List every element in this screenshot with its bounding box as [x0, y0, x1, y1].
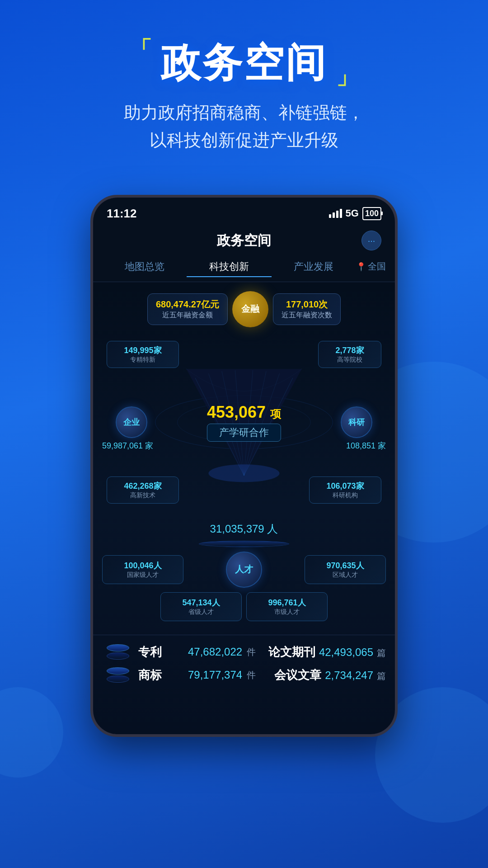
app-header: 政务空间 ··· — [93, 225, 395, 256]
trademark-label: 商标 — [138, 667, 183, 683]
stat-zhuan-jing: 149,995家 专精特新 — [107, 341, 179, 368]
enterprise-count: 59,987,061 家 — [102, 440, 153, 451]
subtitle-line2: 以科技创新促进产业升级 — [150, 131, 338, 150]
talent-city: 996,761人 市级人才 — [246, 592, 328, 621]
more-button[interactable]: ··· — [361, 231, 381, 250]
talent-bottom-row: 547,134人 省级人才 996,761人 市级人才 — [102, 592, 386, 621]
enterprise-ball: 企业 — [116, 406, 147, 438]
trademark-unit: 件 — [247, 669, 256, 681]
research-org-label: 科研机构 — [316, 491, 375, 500]
ir-center-unit: 项 — [270, 408, 281, 420]
status-right: 5G 100 — [329, 207, 381, 220]
finance-left-badge: 680,474.27亿元 近五年融资金额 — [147, 293, 228, 325]
talent-top-row: 100,046人 国家级人才 人才 970,635人 区域人才 — [102, 552, 386, 588]
journal-number: 42,493,065 — [319, 646, 373, 659]
header-section: 「 政务空间 」 助力政府招商稳商、补链强链， 以科技创新促进产业升级 — [0, 0, 488, 172]
patent-unit: 件 — [247, 646, 256, 658]
signal-bar-2 — [333, 212, 335, 218]
talent-province-label: 省级人才 — [165, 608, 237, 616]
stat-university: 2,778家 高等院校 — [318, 341, 381, 368]
university-num: 2,778家 — [325, 345, 375, 356]
talent-national-label: 国家级人才 — [107, 571, 178, 579]
conference-label: 会议文章 — [274, 667, 321, 683]
journal-label: 论文期刊 — [268, 644, 315, 660]
finance-times-label: 近五年融资次数 — [282, 311, 332, 320]
bottom-stats: 专利 47,682,022 件 论文期刊 42,493,065 篇 商标 — [93, 635, 395, 699]
high-tech-label: 高新技术 — [113, 491, 172, 500]
patent-number: 47,682,022 — [188, 646, 242, 658]
subtitle: 助力政府招商稳商、补链强链， 以科技创新促进产业升级 — [27, 99, 461, 154]
talent-national-num: 100,046人 — [107, 560, 178, 571]
talent-disk — [102, 541, 386, 547]
app-title: 政务空间 — [217, 231, 271, 250]
signal-bar-4 — [340, 209, 342, 218]
talent-section: 31,035,379 人 100,046人 国家级人才 人才 970,635人 — [93, 513, 395, 630]
trademark-number: 79,177,374 — [188, 669, 242, 681]
finance-section: 680,474.27亿元 近五年融资金额 金融 177,010次 近五年融资次数 — [93, 282, 395, 332]
talent-center-ball: 人才 — [226, 552, 262, 588]
patent-disk-top — [107, 644, 129, 651]
finance-center-ball: 金融 — [232, 291, 268, 327]
status-time: 11:12 — [107, 207, 137, 221]
finance-row: 680,474.27亿元 近五年融资金额 金融 177,010次 近五年融资次数 — [102, 291, 386, 327]
tab-industry-dev[interactable]: 产业发展 — [272, 256, 356, 277]
battery-icon: 100 — [362, 207, 381, 220]
patent-disk-bottom — [107, 652, 129, 660]
research-count: 108,851 家 — [346, 440, 386, 451]
bracket-left-icon: 「 — [130, 38, 152, 60]
talent-regional: 970,635人 区域人才 — [305, 555, 386, 584]
conference-number: 2,734,247 — [325, 669, 373, 682]
nav-location[interactable]: 📍 全国 — [356, 260, 386, 273]
talent-regional-num: 970,635人 — [310, 560, 381, 571]
location-pin-icon: 📍 — [356, 262, 366, 272]
talent-province-num: 547,134人 — [165, 597, 237, 608]
patent-icon-container — [102, 644, 134, 660]
talent-province: 547,134人 省级人才 — [160, 592, 242, 621]
industry-research-center: 453,067 项 产学研合作 — [207, 403, 281, 442]
network-type: 5G — [346, 208, 359, 219]
finance-amount: 680,474.27亿元 — [156, 298, 219, 311]
signal-bar-1 — [329, 214, 331, 218]
finance-times: 177,010次 — [282, 298, 332, 311]
talent-city-label: 市级人才 — [251, 608, 323, 616]
stat-high-tech: 462,268家 高新技术 — [107, 476, 179, 504]
journal-stat: 论文期刊 42,493,065 篇 — [268, 644, 386, 660]
bracket-right-icon: 」 — [336, 66, 358, 88]
phone-content: 680,474.27亿元 近五年融资金额 金融 177,010次 近五年融资次数 — [93, 282, 395, 734]
industry-research-viz: 149,995家 专精特新 2,778家 高等院校 企业 59,987,061 … — [98, 332, 390, 513]
zhuan-jing-num: 149,995家 — [113, 345, 172, 356]
trademark-disk-top — [107, 667, 129, 675]
tab-tech-innovation[interactable]: 科技创新 — [187, 256, 271, 277]
research-ball: 科研 — [341, 406, 372, 438]
stat-row-patent: 专利 47,682,022 件 论文期刊 42,493,065 篇 — [102, 644, 386, 660]
signal-bar-3 — [336, 211, 338, 218]
trademark-icon-container — [102, 667, 134, 683]
finance-right-badge: 177,010次 近五年融资次数 — [273, 293, 341, 325]
high-tech-num: 462,268家 — [113, 481, 172, 491]
talent-total: 31,035,379 人 — [102, 522, 386, 536]
nav-tabs: 地图总览 科技创新 产业发展 📍 全国 — [93, 256, 395, 282]
status-bar: 11:12 5G 100 — [93, 198, 395, 225]
main-title: 政务空间 — [161, 36, 327, 90]
talent-regional-label: 区域人才 — [310, 571, 381, 579]
research-org-num: 106,073家 — [316, 481, 375, 491]
finance-amount-label: 近五年融资金额 — [156, 311, 219, 320]
journal-unit: 篇 — [377, 647, 386, 659]
trademark-disk-bottom — [107, 675, 129, 683]
stat-row-trademark: 商标 79,177,374 件 会议文章 2,734,247 篇 — [102, 667, 386, 683]
zhuan-jing-label: 专精特新 — [113, 356, 172, 364]
talent-city-num: 996,761人 — [251, 597, 323, 608]
university-label: 高等院校 — [325, 356, 375, 364]
phone-mockup: 11:12 5G 100 政务空间 ··· 地图总览 科技创新 — [90, 195, 398, 737]
stat-research-org: 106,073家 科研机构 — [309, 476, 381, 504]
conference-unit: 篇 — [377, 670, 386, 682]
conference-stat: 会议文章 2,734,247 篇 — [274, 667, 386, 683]
ir-center-label: 产学研合作 — [207, 424, 281, 442]
title-bracket-container: 「 政务空间 」 — [27, 36, 461, 90]
svg-point-10 — [208, 464, 279, 482]
subtitle-line1: 助力政府招商稳商、补链强链， — [124, 103, 364, 122]
signal-bars-icon — [329, 209, 342, 218]
patent-label: 专利 — [138, 644, 183, 660]
tab-map-overview[interactable]: 地图总览 — [102, 256, 187, 277]
talent-national: 100,046人 国家级人才 — [102, 555, 183, 584]
